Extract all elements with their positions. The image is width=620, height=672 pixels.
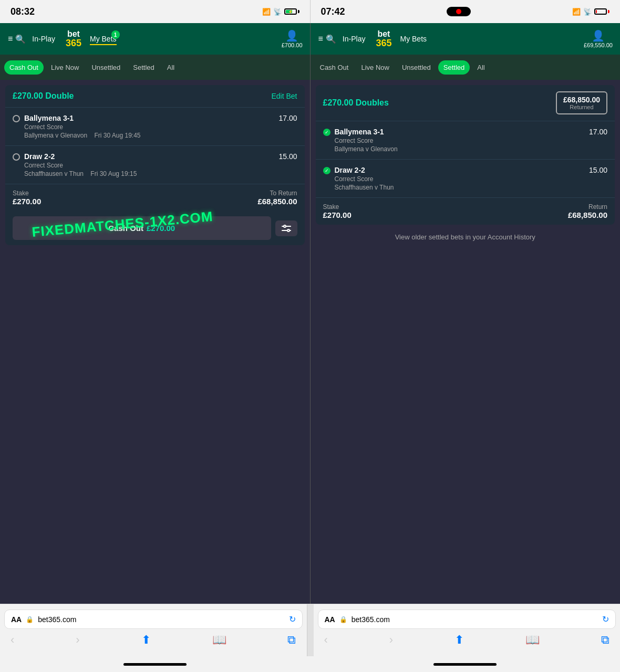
right-account[interactable]: 👤 £69,550.00 [582, 29, 615, 48]
left-url-bar[interactable]: AA 🔒 bet365.com ↻ [4, 610, 303, 629]
right-menu-icon[interactable]: ≡ [316, 32, 326, 46]
right-tab-all[interactable]: All [472, 60, 490, 75]
view-history-link[interactable]: View older settled bets in your Account … [316, 225, 615, 249]
left-account-icon: 👤 [285, 29, 298, 42]
left-tab-bar: Cash Out Live Now Unsettled Settled All [0, 55, 310, 80]
wifi-icon: 📡 [273, 8, 282, 16]
left-sel1-name: Ballymena 3-1 [24, 114, 140, 122]
right-sel2-check: ✓ [323, 167, 330, 174]
right-forward-button[interactable]: › [385, 632, 397, 648]
right-balance: £69,550.00 [584, 42, 613, 48]
left-tab-cashout[interactable]: Cash Out [4, 60, 44, 75]
right-logo-365: 365 [376, 38, 391, 48]
record-indicator [456, 9, 461, 14]
left-browser-nav: ‹ › ⬆ 📖 ⧉ [4, 632, 303, 648]
left-edit-bet-link[interactable]: Edit Bet [271, 92, 297, 100]
right-browser-nav: ‹ › ⬆ 📖 ⧉ [318, 632, 616, 648]
right-selection-2: ✓ Draw 2-2 Correct Score Schaffhausen v … [316, 160, 615, 198]
left-account[interactable]: 👤 £700.00 [280, 29, 305, 48]
left-browser-bar: AA 🔒 bet365.com ↻ ‹ › ⬆ 📖 ⧉ [0, 604, 307, 656]
left-home-bar [123, 663, 187, 666]
cashout-btn-amount: £270.00 [147, 224, 175, 233]
left-bet-card: £270.00 Double Edit Bet Ballymena 3-1 C [5, 85, 305, 245]
right-selection-1: ✓ Ballymena 3-1 Correct Score Ballymena … [316, 121, 615, 160]
left-inplay-link[interactable]: In-Play [26, 35, 61, 43]
right-sel1-match: Ballymena v Glenavon [335, 145, 398, 153]
right-search-icon[interactable]: 🔍 [326, 34, 336, 44]
left-cashout-button[interactable]: Cash Out £270.00 [13, 216, 271, 240]
left-bet-header: £270.00 Double Edit Bet [5, 85, 305, 108]
left-menu-icon[interactable]: ≡ [5, 32, 15, 46]
right-back-button[interactable]: ‹ [320, 632, 332, 648]
dynamic-island [447, 7, 471, 16]
left-tab-unsettled[interactable]: Unsettled [86, 60, 126, 75]
right-url-bar[interactable]: AA 🔒 bet365.com ↻ [318, 610, 616, 629]
right-sel2-match: Schaffhausen v Thun [335, 184, 394, 191]
left-back-button[interactable]: ‹ [6, 632, 18, 648]
right-mybets-label: My Bets [400, 35, 427, 43]
right-tab-settled[interactable]: Settled [438, 60, 470, 75]
left-sel2-odds: 15.00 [278, 152, 297, 161]
right-main-content: £270.00 Doubles £68,850.00 Returned ✓ [311, 80, 621, 604]
right-mybets-tab[interactable]: My Bets [396, 35, 431, 43]
right-battery [594, 8, 609, 15]
left-home-indicator [0, 656, 310, 672]
left-aa-button[interactable]: AA [11, 615, 22, 624]
right-browser-bar: AA 🔒 bet365.com ↻ ‹ › ⬆ 📖 ⧉ [314, 604, 621, 656]
right-bet-amount-type: £270.00 Doubles [323, 98, 389, 108]
right-returned-label: Returned [563, 104, 600, 110]
left-reload-button[interactable]: ↻ [289, 614, 296, 624]
right-tab-cashout[interactable]: Cash Out [315, 60, 354, 75]
left-balance: £700.00 [282, 42, 303, 48]
left-mybets-tab[interactable]: My Bets 1 [86, 35, 121, 43]
left-status-time: 08:32 [11, 6, 35, 17]
right-bet-card: £270.00 Doubles £68,850.00 Returned ✓ [316, 85, 615, 225]
left-tab-livenow[interactable]: Live Now [46, 60, 84, 75]
left-lock-icon: 🔒 [26, 616, 34, 623]
right-tab-bar: Cash Out Live Now Unsettled Settled All [311, 55, 621, 80]
right-tabs-button[interactable]: ⧉ [597, 632, 614, 648]
left-sel1-indicator [13, 115, 20, 122]
left-selection-1: Ballymena 3-1 Correct Score Ballymena v … [5, 108, 305, 146]
right-tab-livenow[interactable]: Live Now [356, 60, 394, 75]
left-share-button[interactable]: ⬆ [137, 632, 155, 648]
signal-icon: 📶 [262, 8, 271, 16]
left-sel2-market: Correct Score [24, 162, 137, 169]
right-nav-bar: ≡ 🔍 In-Play bet 365 My Bets 👤 £69,550.00 [311, 23, 621, 55]
left-stake-label: Stake [13, 190, 41, 197]
left-tab-all[interactable]: All [162, 60, 180, 75]
left-forward-button[interactable]: › [71, 632, 84, 648]
left-bet-footer: Stake £270.00 To Return £68,850.00 [5, 184, 305, 211]
left-search-icon[interactable]: 🔍 [15, 34, 26, 44]
left-sel1-market: Correct Score [24, 123, 140, 131]
left-logo: bet 365 [61, 30, 86, 48]
right-inplay-link[interactable]: In-Play [336, 35, 372, 43]
left-status-icons: 📶 📡 ⚡ [262, 8, 299, 16]
right-share-button[interactable]: ⬆ [450, 632, 468, 648]
right-signal-icon: 📶 [572, 8, 581, 16]
right-bookmarks-button[interactable]: 📖 [521, 632, 544, 648]
right-sel2-name: Draw 2-2 [335, 166, 394, 174]
right-sel1-odds: 17.00 [589, 128, 607, 136]
left-sel1-odds: 17.00 [278, 114, 297, 122]
right-home-bar [433, 663, 497, 666]
right-reload-button[interactable]: ↻ [602, 614, 609, 624]
right-tab-unsettled[interactable]: Unsettled [397, 60, 436, 75]
left-panel: ≡ 🔍 In-Play bet 365 My Bets 1 👤 £700.00 … [0, 23, 311, 604]
split-container: ≡ 🔍 In-Play bet 365 My Bets 1 👤 £700.00 … [0, 23, 620, 604]
right-logo-bet: bet [377, 30, 390, 38]
right-aa-button[interactable]: AA [325, 615, 335, 624]
right-sel2-odds: 15.00 [589, 166, 607, 174]
left-tabs-button[interactable]: ⧉ [283, 632, 300, 648]
left-cashout-settings[interactable] [275, 220, 297, 236]
left-bet-amount-type: £270.00 Double [13, 91, 74, 101]
browser-divider [307, 604, 314, 656]
right-url-text: bet365.com [352, 615, 598, 624]
right-sel1-market: Correct Score [335, 137, 398, 144]
left-tab-settled[interactable]: Settled [128, 60, 159, 75]
left-bookmarks-button[interactable]: 📖 [208, 632, 231, 648]
left-status-bar: 08:32 📶 📡 ⚡ [0, 0, 311, 23]
cashout-btn-label: Cash Out [108, 224, 143, 233]
left-return-label: To Return [257, 190, 297, 197]
right-bet-footer: Stake £270.00 Return £68,850.00 [316, 198, 615, 225]
